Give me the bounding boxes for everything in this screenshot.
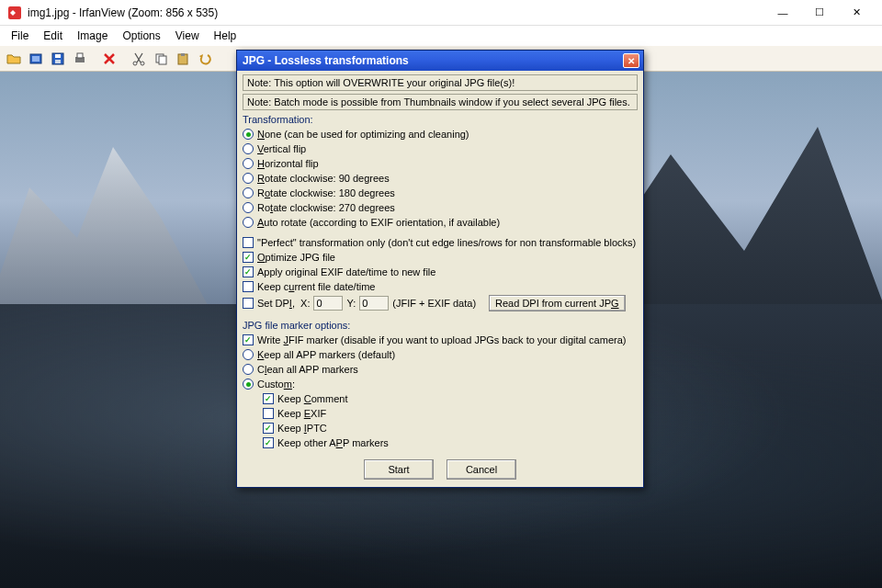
menu-edit[interactable]: Edit [36, 28, 70, 44]
radio-autorotate-label: Auto rotate (according to EXIF orientati… [257, 216, 500, 229]
svg-rect-13 [181, 53, 185, 56]
set-dpi-y-label: Y: [346, 298, 356, 309]
check-keep-other-app[interactable] [263, 437, 274, 448]
copy-icon[interactable] [151, 49, 171, 69]
check-apply-exif-date-label: Apply original EXIF date/time to new fil… [257, 266, 435, 278]
print-icon[interactable] [70, 49, 90, 69]
minimize-button[interactable]: — [764, 0, 801, 26]
radio-custom-label: Custom: [257, 378, 295, 390]
radio-hflip[interactable] [243, 158, 254, 169]
check-optimize[interactable] [243, 252, 254, 263]
svg-point-8 [133, 62, 137, 65]
menu-options[interactable]: Options [115, 28, 167, 44]
open-icon[interactable] [4, 49, 24, 69]
menubar: File Edit Image Options View Help [0, 26, 882, 46]
radio-autorotate[interactable] [243, 217, 254, 228]
app-icon [7, 6, 22, 20]
check-keep-iptc-label: Keep IPTC [277, 422, 327, 435]
radio-rot270[interactable] [243, 202, 254, 213]
check-keep-exif-label: Keep EXIF [277, 407, 326, 420]
check-keep-exif[interactable] [263, 408, 274, 419]
svg-rect-5 [55, 60, 61, 63]
radio-keep-app[interactable] [243, 349, 254, 360]
radio-rot180-label: Rotate clockwise: 180 degrees [257, 187, 395, 199]
radio-clean-app[interactable] [243, 364, 254, 375]
check-write-jfif[interactable] [243, 334, 254, 345]
check-set-dpi[interactable] [243, 298, 254, 309]
radio-custom[interactable] [243, 379, 254, 390]
radio-vflip-label: Vertical flip [257, 142, 306, 155]
svg-rect-7 [77, 53, 83, 58]
set-dpi-label: Set DPI, X: [257, 298, 310, 309]
svg-rect-4 [55, 54, 61, 58]
dpi-y-input[interactable] [359, 296, 389, 311]
svg-rect-2 [32, 56, 40, 62]
window-title: img1.jpg - IrfanView (Zoom: 856 x 535) [28, 6, 764, 19]
marker-caption: JPG file marker options: [243, 320, 638, 331]
radio-vflip[interactable] [243, 143, 254, 154]
dialog-title: JPG - Lossless transformations [241, 54, 623, 67]
slideshow-icon[interactable] [26, 49, 46, 69]
radio-hflip-label: Horizontal flip [257, 157, 319, 170]
radio-rot270-label: Rotate clockwise: 270 degrees [257, 201, 395, 214]
radio-none-label: None (can be used for optimizing and cle… [257, 128, 469, 141]
check-keep-other-app-label: Keep other APP markers [277, 436, 389, 449]
transformation-caption: Transformation: [243, 114, 638, 125]
radio-rot90[interactable] [243, 173, 254, 184]
delete-icon[interactable] [99, 49, 119, 69]
undo-icon[interactable] [195, 49, 215, 69]
maximize-button[interactable]: ☐ [801, 0, 838, 26]
check-perfect[interactable] [243, 237, 254, 248]
radio-clean-app-label: Clean all APP markers [257, 363, 358, 376]
check-optimize-label: Optimize JPG file [257, 251, 335, 264]
menu-file[interactable]: File [4, 28, 36, 44]
svg-rect-11 [159, 56, 166, 64]
note-overwrite: Note: This option will OVERWRITE your or… [243, 74, 638, 91]
read-dpi-button[interactable]: Read DPI from current JPG [489, 295, 626, 311]
cancel-button[interactable]: Cancel [447, 459, 516, 480]
menu-help[interactable]: Help [207, 28, 244, 44]
radio-rot180[interactable] [243, 187, 254, 198]
check-keep-comment-label: Keep Comment [277, 392, 347, 405]
close-button[interactable]: ✕ [838, 0, 875, 26]
main-titlebar: img1.jpg - IrfanView (Zoom: 856 x 535) —… [0, 0, 882, 26]
start-button[interactable]: Start [364, 459, 434, 480]
dialog-titlebar[interactable]: JPG - Lossless transformations ✕ [237, 51, 643, 71]
dpi-x-input[interactable] [313, 296, 343, 311]
radio-keep-app-label: Keep all APP markers (default) [257, 348, 395, 361]
check-keep-file-date[interactable] [243, 281, 254, 292]
check-keep-iptc[interactable] [263, 423, 274, 434]
check-keep-comment[interactable] [263, 393, 274, 404]
dialog-close-button[interactable]: ✕ [623, 53, 639, 68]
radio-rot90-label: Rotate clockwise: 90 degrees [257, 172, 390, 185]
check-write-jfif-label: Write JFIF marker (disable if you want t… [257, 334, 626, 346]
note-batch: Note: Batch mode is possible from Thumbn… [243, 94, 638, 110]
menu-view[interactable]: View [168, 28, 207, 44]
lossless-transform-dialog: JPG - Lossless transformations ✕ Note: T… [236, 50, 644, 488]
set-dpi-tail: (JFIF + EXIF data) [392, 298, 476, 309]
radio-none[interactable] [243, 129, 254, 140]
check-keep-file-date-label: Keep current file date/time [257, 280, 375, 293]
cut-icon[interactable] [129, 49, 149, 69]
paste-icon[interactable] [173, 49, 193, 69]
check-perfect-label: "Perfect" transformation only (don't cut… [257, 236, 636, 249]
svg-point-9 [141, 62, 144, 65]
save-icon[interactable] [48, 49, 68, 69]
check-apply-exif-date[interactable] [243, 266, 254, 277]
menu-image[interactable]: Image [70, 28, 115, 44]
